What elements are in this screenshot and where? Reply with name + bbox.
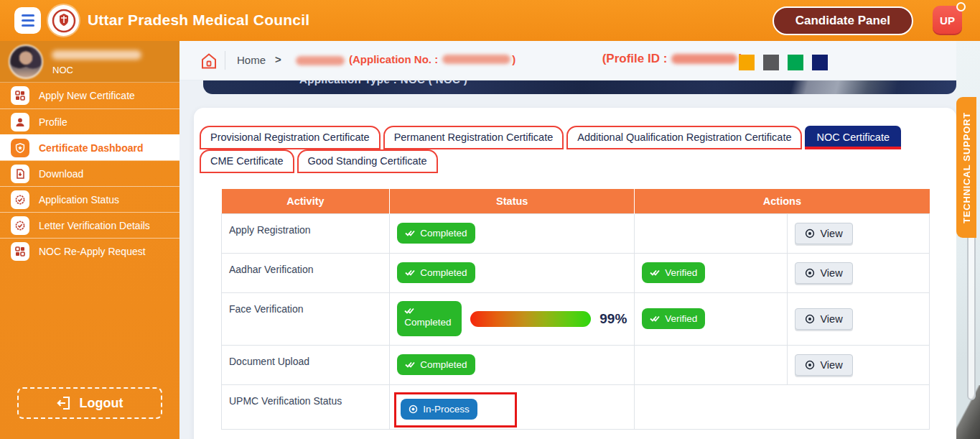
- download-icon: [11, 165, 29, 183]
- user-initials-badge[interactable]: UP: [933, 6, 962, 35]
- grid-icon: [11, 86, 29, 105]
- status-badge-completed: Completed: [397, 262, 475, 283]
- technical-support-tab[interactable]: TECHNICAL SUPPORT: [956, 97, 976, 238]
- view-button-label: View: [820, 313, 842, 325]
- view-button[interactable]: View: [795, 262, 852, 284]
- legend-green-square: [788, 55, 803, 70]
- tab-cme-certificate[interactable]: CME Certificate: [200, 149, 294, 173]
- view-button[interactable]: View: [795, 223, 852, 244]
- sidebar-item-label: NOC Re-Apply Request: [39, 246, 146, 257]
- status-badge-label: Completed: [404, 317, 451, 328]
- breadcrumb-home-link[interactable]: Home: [237, 54, 266, 66]
- view-button[interactable]: View: [795, 354, 852, 376]
- application-number-redacted: [442, 55, 510, 64]
- sidebar-item-label: Profile: [39, 116, 67, 128]
- verified-badge: Verified: [642, 308, 705, 329]
- sidebar-item-label: Apply New Certificate: [39, 90, 135, 101]
- tab-permanent-registration-certificate[interactable]: Permanent Registration Certificate: [383, 126, 564, 149]
- sidebar-menu: Apply New Certificate Profile Certificat…: [0, 83, 179, 264]
- applicant-name-redacted: [296, 56, 345, 65]
- face-match-percentage: 99%: [599, 311, 627, 327]
- tab-noc-certificate[interactable]: NOC Certificate: [805, 126, 901, 149]
- legend-orange-square: [739, 55, 755, 70]
- sidebar-item-label: Application Status: [39, 194, 119, 205]
- sidebar-item-noc-reapply-request[interactable]: NOC Re-Apply Request: [0, 238, 179, 264]
- user-name-redacted: [52, 50, 141, 60]
- badge-check-icon: [11, 190, 29, 209]
- tab-additional-qualification-registration-certificate[interactable]: Additional Qualification Registration Ce…: [566, 126, 802, 149]
- emblem-icon: [52, 9, 76, 33]
- table-row-aadhar-verification: Aadhar Verification Completed Verified: [222, 253, 930, 292]
- view-button-label: View: [820, 359, 842, 371]
- sidebar-item-certificate-dashboard[interactable]: Certificate Dashboard: [0, 134, 179, 160]
- hamburger-menu-icon[interactable]: [14, 7, 41, 34]
- table-row-document-upload: Document Upload Completed View: [222, 345, 930, 384]
- sidebar-item-profile[interactable]: Profile: [0, 108, 179, 134]
- sidebar-item-label: Letter Verification Details: [39, 220, 150, 231]
- tab-good-standing-certificate[interactable]: Good Standing Certificate: [297, 149, 438, 173]
- profile-id-label: (Profile ID :: [602, 52, 668, 66]
- logout-icon: [57, 396, 71, 410]
- sidebar: NOC Apply New Certificate Profile Certif…: [0, 41, 179, 439]
- activity-label: Face Verification: [222, 292, 390, 345]
- check-double-icon: [405, 229, 415, 237]
- view-button-label: View: [820, 267, 842, 279]
- column-header-status: Status: [390, 189, 635, 213]
- table-row-apply-registration: Apply Registration Completed View: [222, 213, 930, 253]
- eye-icon: [805, 268, 815, 278]
- badge-check-icon: [11, 216, 29, 235]
- user-icon: [11, 113, 29, 131]
- notification-dot: [956, 2, 966, 11]
- table-row-upmc-verification-status: UPMC Verification Status In-Process: [222, 384, 930, 429]
- tab-provisional-registration-certificate[interactable]: Provisional Registration Certificate: [200, 126, 381, 149]
- verified-cell-empty: [635, 345, 788, 384]
- activity-label: Document Upload: [222, 345, 390, 384]
- check-double-icon: [405, 269, 415, 277]
- status-badge-completed: Completed: [397, 223, 475, 244]
- sidebar-item-application-status[interactable]: Application Status: [0, 186, 179, 212]
- page-title: Uttar Pradesh Medical Council: [88, 11, 309, 29]
- view-button[interactable]: View: [795, 308, 852, 330]
- sidebar-item-letter-verification-details[interactable]: Letter Verification Details: [0, 212, 179, 238]
- application-number-label: (Application No. :: [349, 53, 438, 65]
- home-icon[interactable]: [200, 52, 218, 70]
- verified-badge-label: Verified: [665, 313, 697, 324]
- application-type-banner: Application Type : NOC ( NOC ): [203, 80, 956, 94]
- status-badge-completed: Completed: [397, 301, 462, 336]
- avatar[interactable]: [9, 45, 43, 79]
- table-row-face-verification: Face Verification Completed 99% Ver: [222, 292, 930, 345]
- certificate-dashboard-card: Provisional Registration Certificate Per…: [194, 108, 956, 439]
- technical-support-label: TECHNICAL SUPPORT: [961, 112, 972, 223]
- activity-table: Activity Status Actions Apply Registrati…: [221, 189, 930, 430]
- verified-cell-empty: [635, 213, 788, 253]
- activity-label: Apply Registration: [222, 213, 390, 253]
- check-double-icon: [404, 307, 414, 315]
- sidebar-item-label: Certificate Dashboard: [39, 142, 143, 154]
- view-button-label: View: [820, 228, 842, 239]
- breadcrumb: Home > (Application No. : ) (Profile ID …: [179, 41, 980, 80]
- upmc-logo: [48, 5, 79, 36]
- legend-gray-square: [763, 55, 779, 70]
- logout-button[interactable]: Logout: [17, 387, 162, 419]
- chevron-right-icon: >: [275, 53, 281, 65]
- sidebar-item-download[interactable]: Download: [0, 160, 179, 186]
- profile-id: (Profile ID : ): [602, 52, 743, 66]
- dot-circle-icon: [409, 405, 418, 414]
- verified-badge-label: Verified: [665, 267, 697, 278]
- profile-id-redacted: [671, 54, 737, 64]
- grid-icon: [11, 242, 29, 261]
- check-double-icon: [650, 315, 660, 323]
- status-badge-label: Completed: [420, 228, 467, 239]
- table-header-row: Activity Status Actions: [222, 189, 930, 213]
- sidebar-item-apply-new-certificate[interactable]: Apply New Certificate: [0, 83, 179, 108]
- verified-badge: Verified: [642, 262, 705, 283]
- candidate-panel-button[interactable]: Candidate Panel: [773, 6, 913, 35]
- application-number-close: ): [512, 53, 515, 65]
- status-badge-label: In-Process: [423, 404, 470, 415]
- status-badge-in-process: In-Process: [401, 399, 477, 420]
- user-role-label: NOC: [52, 65, 73, 75]
- application-number: (Application No. : ): [349, 53, 515, 65]
- check-double-icon: [650, 269, 660, 277]
- status-badge-completed: Completed: [397, 354, 475, 375]
- status-badge-label: Completed: [420, 267, 467, 278]
